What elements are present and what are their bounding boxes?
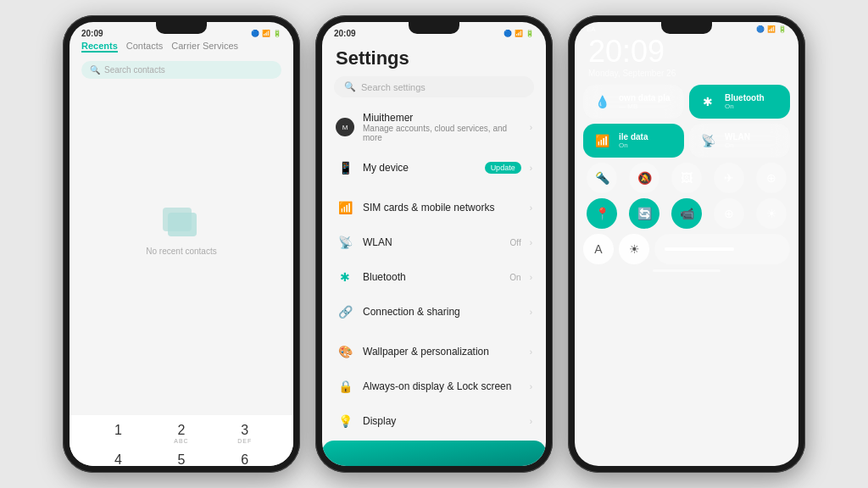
wifi-status-icon: 📶 <box>262 30 270 37</box>
battery-icon-3: 🔋 <box>778 25 787 33</box>
bluetooth-status: On <box>509 273 520 282</box>
dialer-key-3[interactable]: 3 DEF <box>213 419 276 448</box>
home-indicator <box>653 269 721 272</box>
settings-item-sim[interactable]: 📶 SIM cards & mobile networks › <box>322 191 546 225</box>
bluetooth-tile-icon: ✱ <box>698 92 718 112</box>
wlan-tile-text: WLAN On <box>725 132 750 149</box>
status-icons-1: 🔵 📶 🔋 <box>251 30 281 37</box>
chevron-icon-4: › <box>530 273 532 282</box>
sim-icon: 📶 <box>336 198 354 217</box>
cc-circle-rotate[interactable]: 🔄 <box>629 198 659 229</box>
settings-item-connection[interactable]: 🔗 Connection & sharing › <box>322 295 546 330</box>
cc-tile-wlan[interactable]: 📡 WLAN On <box>689 124 790 158</box>
no-contacts-label: No recent contacts <box>146 247 216 256</box>
aod-title: Always-on display & Lock screen <box>363 380 521 392</box>
settings-search-bar[interactable]: 🔍 Search settings <box>334 76 534 97</box>
cc-circles: 🔦 🔕 🖼 ✈ ⊕ 📍 🔄 📹 ⊕ ☀ <box>575 163 798 229</box>
dialer-key-2[interactable]: 2 ABC <box>150 419 214 448</box>
phone-3: EA 🔵 📶 🔋 20:09 Monday, September 26 💧 ow… <box>568 15 805 473</box>
status-time-1: 20:09 <box>81 29 103 38</box>
bluetooth-content: Bluetooth <box>363 271 501 283</box>
bluetooth-tile-title: Bluetooth <box>725 93 765 103</box>
dialer-key-1[interactable]: 1 <box>86 419 150 448</box>
bt-icon-3: 🔵 <box>756 25 765 33</box>
cc-bottom-row: A ☀ <box>575 234 798 264</box>
settings-item-mydevice[interactable]: 📱 My device Update › <box>322 151 546 186</box>
wallpaper-content: Wallpaper & personalization <box>363 346 521 358</box>
cc-circle-nfc[interactable]: ⊕ <box>756 163 787 193</box>
chevron-icon-5: › <box>530 308 532 317</box>
tab-carrier-services[interactable]: Carrier Services <box>171 41 238 53</box>
dialer-key-6[interactable]: 6 MNO <box>213 448 276 466</box>
cc-circle-location[interactable]: 📍 <box>587 198 617 229</box>
settings-item-wallpaper[interactable]: 🎨 Wallpaper & personalization › <box>322 335 546 369</box>
phone1-search-bar[interactable]: 🔍 Search contacts <box>81 61 281 79</box>
wlan-icon: 📡 <box>336 233 354 252</box>
settings-item-display[interactable]: 💡 Display › <box>322 404 546 437</box>
brightness-icon: ☀ <box>629 242 640 256</box>
brightness-bar <box>665 247 734 251</box>
cc-tile-data[interactable]: 💧 own data pla — MB <box>583 85 684 119</box>
search-settings-placeholder: Search settings <box>361 82 426 92</box>
status-name-3: EA <box>587 25 596 33</box>
phone-1-screen: 20:09 🔵 📶 🔋 Recents Contacts Carrier Ser… <box>70 22 293 466</box>
cc-circle-airplane[interactable]: ✈ <box>714 163 744 193</box>
notch-1 <box>156 22 207 34</box>
settings-bottom-wave <box>322 441 546 466</box>
cc-circle-camera[interactable]: 📹 <box>671 198 702 229</box>
chevron-icon-3: › <box>530 238 532 247</box>
phone-3-screen: EA 🔵 📶 🔋 20:09 Monday, September 26 💧 ow… <box>575 22 798 466</box>
bluetooth-title: Bluetooth <box>363 271 501 283</box>
settings-item-miuithemer[interactable]: M Miuithemer Manage accounts, cloud serv… <box>322 104 546 151</box>
bt-icon: 🔵 <box>504 30 512 37</box>
phone1-tabs: Recents Contacts Carrier Services <box>70 41 293 58</box>
wlan-tile-icon: 📡 <box>698 130 718 151</box>
data-tile-title: own data pla <box>619 93 670 103</box>
display-content: Display <box>363 415 521 427</box>
chevron-icon-1: › <box>530 164 532 173</box>
battery-icon-2: 🔋 <box>526 30 534 37</box>
wallpaper-icon: 🎨 <box>336 342 354 361</box>
tab-recents[interactable]: Recents <box>81 41 118 53</box>
tab-contacts[interactable]: Contacts <box>126 41 163 53</box>
sim-title: SIM cards & mobile networks <box>363 202 521 214</box>
dialer-key-5[interactable]: 5 JKL <box>150 448 214 466</box>
notch-2 <box>409 22 459 34</box>
cc-tile-mobiledata[interactable]: 📶 ile data On <box>583 124 684 158</box>
settings-title: Settings <box>322 41 546 73</box>
cc-accessibility-button[interactable]: A <box>583 234 614 264</box>
status-time-2: 20:09 <box>334 29 356 38</box>
mydevice-title: My device <box>363 162 476 174</box>
chevron-icon-8: › <box>530 417 532 426</box>
connection-icon: 🔗 <box>336 302 354 321</box>
miuithemer-avatar: M <box>336 118 354 136</box>
contacts-empty-icon <box>163 208 200 241</box>
mobiledata-tile-icon: 📶 <box>592 130 612 151</box>
update-badge: Update <box>485 162 521 174</box>
connection-content: Connection & sharing <box>363 306 521 318</box>
cc-brightness-circle[interactable]: ☀ <box>619 234 649 264</box>
settings-item-bluetooth[interactable]: ✱ Bluetooth On › <box>322 260 546 295</box>
display-title: Display <box>363 415 521 427</box>
empty-contacts: No recent contacts <box>70 82 293 415</box>
cc-circle-photo[interactable]: 🖼 <box>671 163 702 193</box>
cc-circle-mute[interactable]: 🔕 <box>629 163 659 193</box>
miuithemer-content: Miuithemer Manage accounts, cloud servic… <box>363 112 521 142</box>
cc-circle-sun[interactable]: ☀ <box>756 198 787 229</box>
contact-card-front <box>168 213 197 236</box>
clock-date: Monday, September 26 <box>575 67 798 85</box>
bluetooth-status-icon: 🔵 <box>251 30 259 37</box>
cc-circle-extra[interactable]: ⊕ <box>714 198 744 229</box>
settings-list: M Miuithemer Manage accounts, cloud serv… <box>322 104 546 437</box>
cc-tile-bluetooth[interactable]: ✱ Bluetooth On <box>689 85 790 119</box>
cc-circle-flashlight[interactable]: 🔦 <box>587 163 617 193</box>
cc-brightness-slider[interactable] <box>654 234 790 264</box>
control-center-grid: 💧 own data pla — MB ✱ Bluetooth On 📶 ile… <box>575 85 798 158</box>
bluetooth-tile-text: Bluetooth On <box>725 93 765 110</box>
chevron-icon-0: › <box>530 123 532 132</box>
dialer-key-4[interactable]: 4 GHI <box>86 448 150 466</box>
wlan-tile-title: WLAN <box>725 132 750 141</box>
settings-item-aod[interactable]: 🔒 Always-on display & Lock screen › <box>322 369 546 404</box>
settings-item-wlan[interactable]: 📡 WLAN Off › <box>322 225 546 260</box>
connection-title: Connection & sharing <box>363 306 521 318</box>
